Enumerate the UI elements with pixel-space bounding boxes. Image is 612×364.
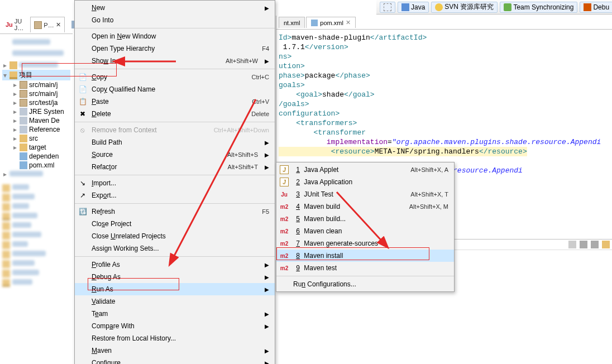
menu-profile-as[interactable]: Profile As▶ — [75, 258, 275, 271]
menu-compare-with[interactable]: Compare With▶ — [75, 320, 275, 332]
console-icon-2[interactable] — [580, 241, 587, 248]
remove-context-icon: ⦸ — [78, 126, 87, 135]
menu-paste[interactable]: 📋PasteCtrl+V — [75, 95, 275, 108]
console-icon-1[interactable] — [568, 241, 576, 248]
menu-team[interactable]: Team▶ — [75, 308, 275, 320]
tree-item-referenced[interactable]: ▸Reference — [2, 125, 70, 134]
context-menu: New▶ Go Into Open in New Window Open Typ… — [74, 0, 275, 364]
run-as-run-configurations[interactable]: Run Configurations... — [276, 278, 454, 290]
run-as-maven-test[interactable]: m29 Maven test — [276, 262, 454, 274]
run-as-java-application[interactable]: J2 Java Application — [276, 176, 454, 188]
tree-item-jre[interactable]: ▸JRE Systen — [2, 107, 70, 116]
menu-show-in[interactable]: Show InAlt+Shift+W▶ — [75, 55, 275, 67]
editor-tab-pom-xml[interactable]: pom.xml✕ — [306, 17, 356, 28]
maven-icon: m2 — [280, 264, 289, 272]
perspective-java[interactable]: Java — [398, 2, 429, 13]
tree-project-closed-2[interactable]: ▸ — [2, 170, 70, 179]
package-explorer-tab[interactable]: P…✕ — [30, 17, 64, 32]
menu-run-as[interactable]: Run As▶ — [75, 283, 275, 295]
run-as-maven-generate-sources[interactable]: m27 Maven generate-sources — [276, 237, 454, 250]
maven-icon: m2 — [280, 202, 289, 211]
package-explorer: JuJU J… P…✕ ▸ ▾项目 ▸src/main/j ▸src/main/… — [0, 16, 73, 364]
delete-icon: ✖ — [78, 109, 87, 118]
refresh-icon: 🔃 — [78, 207, 87, 216]
run-as-maven-build-dots[interactable]: m25 Maven build... — [276, 213, 454, 225]
menu-remove-context: ⦸Remove from ContextCtrl+Alt+Shift+Down — [75, 124, 275, 136]
menu-refresh[interactable]: 🔃RefreshF5 — [75, 205, 275, 218]
menu-delete[interactable]: ✖DeleteDelete — [75, 108, 275, 120]
menu-copy-qualified[interactable]: 📄Copy Qualified Name — [75, 83, 275, 95]
menu-close-unrelated[interactable]: Close Unrelated Projects — [75, 230, 275, 242]
project-label: 项目 — [19, 70, 32, 80]
menu-go-into[interactable]: Go Into — [75, 14, 275, 26]
menu-restore-history[interactable]: Restore from Local History... — [75, 332, 275, 344]
run-as-maven-install[interactable]: m28 Maven install — [276, 250, 454, 262]
menu-new[interactable]: New▶ — [75, 2, 275, 14]
tree-item-dependency[interactable]: dependen — [2, 152, 70, 161]
console-icon-3[interactable] — [591, 241, 599, 248]
menu-source[interactable]: SourceAlt+Shift+S▶ — [75, 149, 275, 161]
perspective-svn[interactable]: SVN 资源库研究 — [431, 2, 498, 13]
maven-icon: m2 — [280, 251, 289, 260]
open-perspective-button[interactable] — [380, 2, 395, 13]
run-as-java-applet[interactable]: J1 Java AppletAlt+Shift+X, A — [276, 164, 454, 176]
menu-close-project[interactable]: Close Project — [75, 218, 275, 230]
menu-debug-as[interactable]: Debug As▶ — [75, 271, 275, 283]
menu-copy[interactable]: 📄CopyCtrl+C — [75, 71, 275, 83]
run-as-junit-test[interactable]: Ju3 JUnit TestAlt+Shift+X, T — [276, 188, 454, 200]
maven-icon: m2 — [280, 214, 289, 223]
export-icon: ↗ — [78, 191, 87, 200]
menu-open-new-window[interactable]: Open in New Window — [75, 30, 275, 42]
java-app-icon: J — [280, 178, 289, 186]
menu-maven[interactable]: Maven▶ — [75, 344, 275, 357]
import-icon: ↘ — [78, 179, 87, 188]
menu-export[interactable]: ↗Export... — [75, 189, 275, 202]
run-as-maven-build[interactable]: m24 Maven buildAlt+Shift+X, M — [276, 200, 454, 213]
tree-project-selected[interactable]: ▾项目 — [2, 70, 70, 80]
tree-item-maven-dep[interactable]: ▸Maven De — [2, 116, 70, 125]
perspective-team-sync[interactable]: Team Synchronizing — [500, 2, 577, 13]
perspective-debug[interactable]: Debu — [580, 2, 612, 13]
tree-item-src-main-java[interactable]: ▸src/main/j — [2, 80, 70, 89]
tree-item-src-folder[interactable]: ▸src — [2, 134, 70, 143]
run-as-maven-clean[interactable]: m26 Maven clean — [276, 225, 454, 237]
console-icon-4[interactable] — [602, 241, 610, 248]
tree-item-pom-xml[interactable]: pom.xml — [2, 161, 70, 170]
menu-configure[interactable]: Configure▶ — [75, 357, 275, 364]
java-applet-icon: J — [280, 165, 289, 174]
junit-view-tab[interactable]: JuJU J… — [2, 17, 27, 32]
menu-open-type-hierarchy[interactable]: Open Type HierarchyF4 — [75, 42, 275, 55]
tree-item-src-main-java2[interactable]: ▸src/main/j — [2, 89, 70, 98]
tree-item-src-test-java[interactable]: ▸src/test/ja — [2, 98, 70, 107]
copy-qualified-icon: 📄 — [78, 85, 87, 94]
menu-refactor[interactable]: RefactorAlt+Shift+T▶ — [75, 161, 275, 173]
maven-icon: m2 — [280, 239, 289, 248]
run-as-submenu: J1 Java AppletAlt+Shift+X, A J2 Java App… — [276, 162, 455, 292]
editor-tab-1[interactable]: nt.xml — [279, 17, 305, 28]
tree-item-target[interactable]: ▸target — [2, 143, 70, 152]
menu-import[interactable]: ↘Import... — [75, 177, 275, 189]
copy-icon: 📄 — [78, 73, 87, 82]
menu-build-path[interactable]: Build Path▶ — [75, 136, 275, 149]
paste-icon: 📋 — [78, 97, 87, 106]
menu-validate[interactable]: Validate — [75, 295, 275, 308]
close-icon[interactable]: ✕ — [346, 19, 351, 26]
menu-assign-working-sets[interactable]: Assign Working Sets... — [75, 242, 275, 255]
junit-icon: Ju — [280, 190, 289, 199]
perspective-toolbar: Java SVN 资源库研究 Team Synchronizing Debu — [376, 0, 612, 15]
maven-icon: m2 — [280, 227, 289, 236]
tree-project-closed[interactable]: ▸ — [2, 61, 70, 70]
